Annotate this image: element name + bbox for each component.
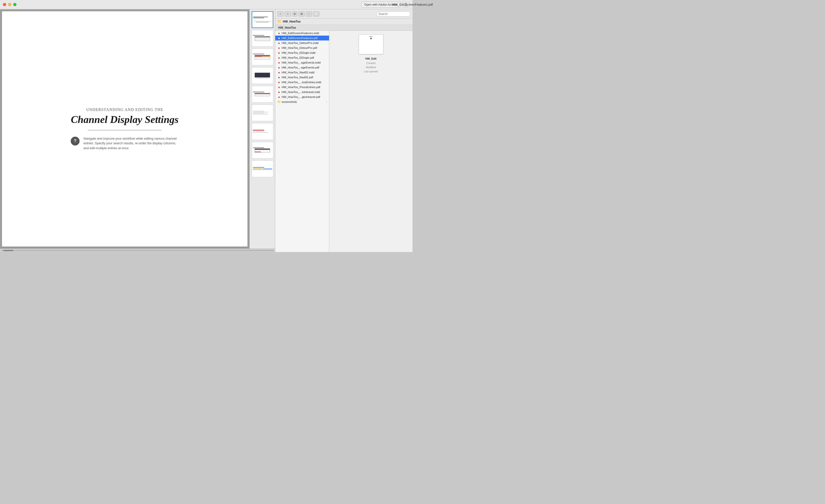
folder-icon: 📁 [277,20,281,23]
window-title: HW_EditScreenFeatures.pdf [392,3,412,6]
pdf-icon: ■ [277,95,281,99]
thumbnail-8[interactable] [252,142,273,159]
finder-panel: ‹ › ⊞ ⚙ ↑ ⬜ 📁 HW_HowTos HW_How [275,9,412,252]
pdf-icon: ■ [277,85,281,89]
pdf-title: Channel Display Settings [71,114,179,125]
indd-icon: ■ [277,31,281,35]
thumbnail-3[interactable] [252,49,273,65]
folder-title: HW_HowTos [283,20,301,23]
finder-section-title: HW_HowTos [275,25,412,31]
pdf-desc-text: Navigate and improve your workflow while… [83,136,179,151]
pdf-icon: ■ [277,66,281,69]
thumbnail-9[interactable] [252,161,273,177]
file-item-essentries-indd[interactable]: ■ HW_HowTos_...essEntries.indd [275,80,329,85]
file-item-detourpro-pdf[interactable]: ■ HW_HowTos_DetourPro.pdf [275,46,329,50]
pdf-viewer: UNDERSTANDING AND EDITING THE Channel Di… [0,9,275,252]
file-item-ageevents-indd[interactable]: ■ HW_HowTos_..ageEvents.indd [275,60,329,65]
traffic-lights [3,3,16,6]
pdf-content-area: UNDERSTANDING AND EDITING THE Channel Di… [0,9,275,249]
file-item-tointranet-indd[interactable]: ■ HW_HowTos_...toIntranet.indd [275,90,329,94]
file-item-ageevents-pdf[interactable]: ■ HW_HowTos_..ageEvents.pdf [275,65,329,70]
view-options-button[interactable]: ⊞ [292,11,297,17]
thumbnail-7[interactable] [252,123,273,140]
file-item-editscreenfeatures-indd[interactable]: ■ HW_EditScreenFeatures.indd [275,31,329,35]
maximize-button[interactable] [13,3,16,6]
finder-content: ■ HW_EditScreenFeatures.indd ■ HW_EditSc… [275,31,412,252]
preview-thumbnail: Chan [359,34,383,54]
finder-file-list: ■ HW_EditScreenFeatures.indd ■ HW_EditSc… [275,31,329,252]
thumbnail-6[interactable] [252,104,273,121]
thumbnail-4[interactable] [252,67,273,84]
indd-icon: ■ [277,90,281,94]
file-item-screenshots-folder[interactable]: 📁 screenshots › [275,99,329,104]
thumbnail-2[interactable] [252,30,273,47]
question-icon: ? [71,137,80,146]
chevron-right-icon: › [287,12,288,16]
tag-icon: ⬜ [314,12,318,16]
thumbnail-strip [249,9,275,249]
folder-arrow-icon: › [326,101,327,103]
file-item-navee-pdf[interactable]: ■ HW_HowTos_NavEE.pdf [275,75,329,80]
pdf-icon: ■ [277,46,281,50]
file-item-gtointranet-pdf[interactable]: ■ HW_HowTos_...gtoIntranet.pdf [275,94,329,99]
thumbnail-5[interactable] [252,86,273,102]
pdf-scrollbar[interactable] [0,249,275,252]
folder-icon: 📁 [277,100,281,103]
file-item-editscreenfeatures-pdf[interactable]: ■ HW_EditScreenFeatures.pdf [275,35,329,40]
back-button[interactable]: ‹ [277,11,284,17]
file-item-navee-indd[interactable]: ■ HW_HowTos_NavEE.indd [275,70,329,75]
tag-button[interactable]: ⬜ [313,11,319,17]
close-button[interactable] [3,3,6,6]
finder-search-input[interactable] [376,11,410,17]
pdf-icon: ■ [277,76,281,79]
title-bar: HW_EditScreenFeatures.pdf Open with Adob… [0,0,412,9]
forward-button[interactable]: › [285,11,291,17]
pdf-icon: ■ [277,56,281,59]
pdf-page-main: UNDERSTANDING AND EDITING THE Channel Di… [2,11,247,247]
pdf-icon: ■ [277,36,281,40]
thumbnail-1[interactable] [252,11,273,28]
gear-button[interactable]: ⚙ [298,11,305,17]
file-item-detourpro-indd[interactable]: ■ HW_HowTos_DetourPro.indd [275,40,329,46]
finder-preview-panel: Chan HW_Edit Created Modified Last opene… [329,31,412,252]
scrollbar-thumb[interactable] [3,250,13,251]
gear-icon: ⚙ [300,12,303,16]
indd-icon: ■ [277,61,281,64]
main-area: UNDERSTANDING AND EDITING THE Channel Di… [0,9,412,252]
finder-toolbar: ‹ › ⊞ ⚙ ↑ ⬜ [275,9,412,19]
file-item-eelogin-pdf[interactable]: ■ HW_HowTos_EElogin.pdf [275,55,329,60]
pdf-page-content: UNDERSTANDING AND EDITING THE Channel Di… [61,98,189,161]
share-icon: ↑ [308,12,310,15]
finder-folder-header: 📁 HW_HowTos [275,19,412,25]
chevron-left-icon: ‹ [280,12,281,16]
preview-metadata: Created Modified Last opened [364,61,378,73]
indd-icon: ■ [277,41,281,45]
view-icon: ⊞ [294,12,296,15]
indd-icon: ■ [277,51,281,55]
file-item-eelogin-indd[interactable]: ■ HW_HowTos_EElogin.indd [275,50,329,55]
indd-icon: ■ [277,71,281,74]
indd-icon: ■ [277,80,281,84]
pdf-subtitle: UNDERSTANDING AND EDITING THE [71,107,179,112]
pdf-description: ? Navigate and improve your workflow whi… [71,136,179,151]
minimize-button[interactable] [8,3,11,6]
share-finder-button[interactable]: ↑ [306,11,312,17]
preview-filename: HW_Edit [365,57,376,60]
file-item-pressentries-pdf[interactable]: ■ HW_HowTos_PressEntries.pdf [275,85,329,90]
scrollbar-track[interactable] [1,250,274,251]
